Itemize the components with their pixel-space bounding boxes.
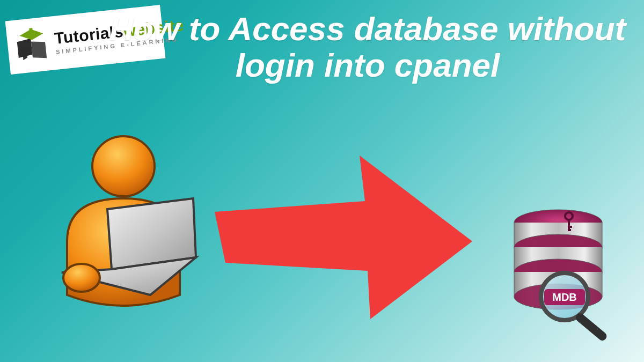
user-laptop-icon [43, 134, 204, 311]
arrow-right-icon [215, 150, 472, 322]
svg-marker-6 [215, 156, 472, 319]
svg-rect-3 [29, 28, 33, 32]
thumbnail-canvas: Tutorialswebsite SIMPLIFYING E-LEARNING … [0, 0, 644, 362]
svg-rect-13 [568, 226, 572, 228]
page-title: How to Access database without login int… [107, 11, 628, 84]
svg-rect-14 [568, 229, 571, 231]
svg-point-5 [63, 264, 100, 292]
book-cap-icon [11, 24, 54, 67]
svg-rect-16 [574, 312, 609, 342]
db-badge: MDB [552, 291, 577, 303]
database-icon: MDB [504, 206, 623, 346]
svg-point-4 [92, 136, 155, 196]
